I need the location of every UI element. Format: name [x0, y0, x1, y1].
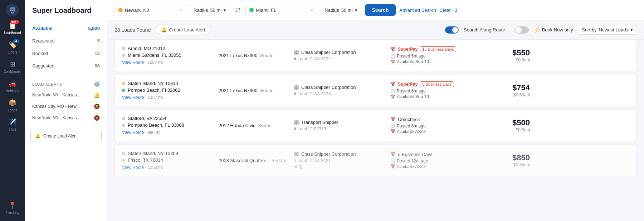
sidebar-item-available[interactable]: Available 5,920 [25, 22, 107, 35]
avail-row: 📅 Available Sep 10 [390, 94, 483, 99]
book-now-section: ⚡ Book Now only [534, 27, 573, 33]
sidebar-item-suggested[interactable]: Suggested 56 [25, 60, 107, 72]
price-main: $850 [487, 153, 530, 162]
sort-label: Sort by [582, 27, 596, 32]
radius-value-origin: 50 mi [210, 7, 221, 13]
alert-item-1[interactable]: New York, NY - Kansas... 🔔 [25, 89, 107, 101]
load-id: # Load ID AA-3123 [294, 91, 387, 96]
route-origin: Arnold, MD 21012 [122, 46, 215, 51]
bizdays-row: 📅 5 Business Days [390, 152, 483, 157]
origin-dot [122, 117, 125, 120]
sidebar-status-section: Available 5,920 Requested 5 Booked 12 Su… [25, 19, 107, 75]
sidebar-item-dashboard[interactable]: ⊞ Dashboard [0, 57, 25, 76]
view-route-link[interactable]: View Route · 1087 mi [122, 60, 215, 65]
alert-item-2[interactable]: Kansas City, MO - New... 🔕 [25, 101, 107, 112]
sidebar-item-trips[interactable]: ✈️ Trips [0, 115, 25, 134]
requested-label: Requested [32, 38, 55, 44]
price-per-mile: $0.68/mi [487, 162, 530, 167]
sort-select[interactable]: Sort by Newest Loads ▾ [578, 25, 637, 35]
chevron-down-icon-dest: ▾ [355, 7, 357, 13]
view-route-link[interactable]: View Route · 1257 mi [122, 95, 215, 100]
view-route-link[interactable]: View Route · 1250 mi [122, 165, 215, 170]
shipper-icon: 🏢 [294, 85, 299, 90]
dest-input-wrap[interactable]: Miami, FL × [245, 5, 317, 15]
sidebar-item-offers[interactable]: 🏷️ 4 Offers [0, 38, 25, 57]
offers-icon: 🏷️ 4 [8, 41, 17, 49]
route-col: Staten Island, NY 10309 Frisco, TX 75034… [122, 151, 215, 170]
dashboard-icon: ⊞ [8, 60, 17, 69]
booked-label: Booked [32, 51, 48, 56]
calendar-icon-2: 📅 [390, 95, 395, 99]
posted-row: 🕐 Posted 12m ago [390, 159, 483, 164]
radius-label-dest: Radius [325, 7, 339, 13]
swap-locations-button[interactable]: ⇄ [234, 5, 242, 15]
suggested-count: 56 [95, 63, 100, 69]
dest-dot [122, 159, 125, 162]
origin-clear-icon[interactable]: × [179, 7, 182, 13]
load-id: # Load ID AA-3121 [294, 158, 387, 163]
route-col: Staten Island, NY 10310 Pompeo Beach, Fl… [122, 81, 215, 100]
calendar-icon: 📅 [390, 117, 396, 122]
svg-point-0 [11, 8, 14, 11]
main-content: Newark, NJ × Radius 50 mi ▾ ⇄ Miami, FL … [107, 0, 644, 221]
avail-row: 📅 Available Sep 10 [390, 59, 483, 64]
search-along-route-toggle[interactable] [445, 26, 459, 34]
bell-icon-active: 🔔 [94, 92, 100, 98]
sidebar-title: Super Loadboard [25, 0, 107, 19]
dest-radius-select[interactable]: Radius 50 mi ▾ [321, 5, 361, 15]
dest-dot [122, 124, 125, 127]
route-origin: Stafford, VA 22554 [122, 116, 215, 121]
sidebar-item-requested[interactable]: Requested 5 [25, 35, 107, 47]
load-alerts-title: LOAD ALERTS ⚙️ [25, 78, 107, 89]
superpay-row: 📅 SuperPay 5 Business Days [390, 81, 483, 87]
create-load-alert-sidebar-button[interactable]: 🔔 Create Load Alert [30, 130, 102, 142]
origin-radius-select[interactable]: Radius 50 mi ▾ [190, 5, 230, 15]
hash-icon: # [294, 91, 296, 96]
shipper-col: 🏢 Class Shipper Corporation # Load ID AA… [294, 50, 387, 61]
origin-dot-icon [118, 8, 123, 12]
lightning-icon: ⚡ [534, 27, 540, 33]
book-now-toggle[interactable] [515, 26, 529, 34]
calendar-icon: 📅 [390, 152, 396, 157]
booked-count: 12 [95, 51, 100, 56]
sidebar-item-loadboard[interactable]: 📋 999+ Loadboard [0, 19, 25, 38]
load-id: # Load ID AA-3122 [294, 56, 387, 61]
superpay-row: 📅 SuperPay 15 Business Days [390, 46, 483, 52]
advanced-search-link[interactable]: Advanced Search [399, 7, 436, 13]
sidebar-item-loads[interactable]: 📦 Loads [0, 96, 25, 115]
radius-label-origin: Radius [194, 7, 208, 13]
price-per-mile: $0.5/mi [487, 57, 530, 62]
requested-count: 5 [97, 38, 100, 44]
filter-bar: 28 Loads Found 🔔 Create Load Alert Searc… [107, 20, 644, 40]
loadboard-icon: 📋 999+ [8, 21, 17, 30]
sidebar-item-booked[interactable]: Booked 12 [25, 47, 107, 60]
posted-row: 🕐 Posted 6m ago [390, 124, 483, 129]
alert-item-3[interactable]: New York, NY - Kansas... 🔕 [25, 112, 107, 124]
gear-icon[interactable]: ⚙️ [94, 81, 100, 87]
sidebar-item-vehicles[interactable]: 🚗 Vehicles [0, 76, 25, 96]
clock-icon: 🕐 [390, 159, 395, 163]
shipper-col: 🏢 Class Shipper Corporation # Load ID AA… [294, 151, 387, 170]
trips-icon: ✈️ [8, 118, 17, 126]
route-origin: Staten Island, NY 10309 [122, 151, 215, 156]
price-per-mile: $0.60/mi [487, 92, 530, 97]
search-bar: Newark, NJ × Radius 50 mi ▾ ⇄ Miami, FL … [107, 0, 644, 20]
sidebar-item-tracking[interactable]: 📍 Tracking [0, 198, 25, 217]
price-main: $500 [487, 118, 530, 127]
comcheck-row: 📅 Comcheck [390, 117, 483, 122]
origin-dot [122, 47, 125, 50]
avail-row: 📅 Available ASAP [390, 129, 483, 134]
origin-input-wrap[interactable]: Newark, NJ × [114, 5, 186, 15]
create-load-alert-filter-button[interactable]: 🔔 Create Load Alert [156, 25, 210, 35]
search-button[interactable]: Search [365, 4, 396, 16]
price-main: $550 [487, 48, 530, 57]
route-origin: Staten Island, NY 10310 [122, 81, 215, 86]
clear-filters-link[interactable]: Clear · 3 [440, 7, 457, 13]
origin-text: Newark, NJ [125, 7, 177, 13]
view-route-link[interactable]: View Route · 986 mi [122, 130, 215, 135]
calendar-icon-2: 📅 [390, 164, 395, 169]
dest-clear-icon[interactable]: × [310, 7, 313, 13]
clock-icon: 🕐 [390, 54, 395, 59]
load-id: # Load ID 92370 [294, 126, 387, 131]
shipper-col: 🏢 Transport Shipper # Load ID 92370 [294, 120, 387, 131]
